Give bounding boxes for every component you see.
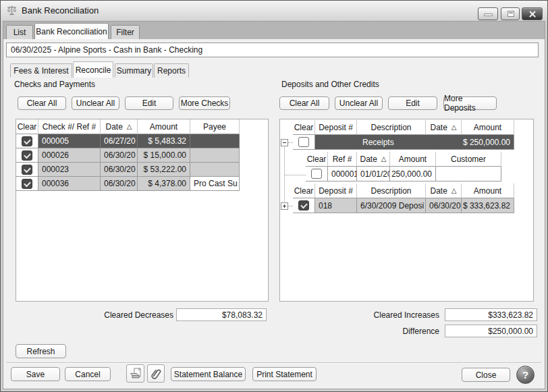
deposit-group-clear-cell: [293, 135, 315, 150]
checks-header-clear: Clear: [16, 119, 38, 134]
deposits-header-date[interactable]: Date△: [426, 120, 462, 135]
deposits-header-amount: Amount: [462, 120, 514, 135]
sub-row-clear-cell: [306, 167, 328, 181]
tab-reports[interactable]: Reports: [154, 63, 189, 78]
titlebar: Bank Reconciliation: [1, 1, 547, 20]
check-row-ref-cell[interactable]: 000036: [38, 177, 101, 191]
deposits-clear-all-button[interactable]: Clear All: [279, 96, 329, 110]
deposit-group-row[interactable]: Receipts $ 250,000.00: [315, 135, 514, 150]
check-row-payee-cell[interactable]: [190, 148, 240, 163]
check-row-date-cell[interactable]: 06/30/20: [101, 177, 138, 191]
check-row-payee-cell[interactable]: Pro Cast Su: [190, 177, 240, 191]
collapse-expander-icon[interactable]: [281, 139, 288, 146]
paperclip-icon: [150, 368, 162, 380]
deposits-header-clear: Clear: [293, 120, 315, 135]
sub-row-customer-cell[interactable]: [436, 167, 501, 181]
sort-asc-icon: △: [451, 187, 457, 194]
receipts-subtable: Clear Ref # Date△ Amount Customer 000001…: [306, 152, 501, 181]
checkbox-checked[interactable]: [298, 200, 309, 211]
checks-table: Clear Check #/ Ref # Date△ Amount Payee …: [16, 119, 240, 191]
checkbox-unchecked[interactable]: [298, 137, 309, 147]
checkbox-checked[interactable]: [22, 136, 32, 146]
save-button[interactable]: Save: [11, 367, 60, 381]
checkbox-checked[interactable]: [22, 165, 32, 175]
deposits-header-date[interactable]: Date△: [426, 184, 462, 198]
maximize-icon: [508, 11, 514, 17]
check-row-ref-cell[interactable]: 000005: [38, 134, 101, 148]
deposit-row-date-cell[interactable]: 06/30/20: [426, 198, 462, 213]
tab-list[interactable]: List: [6, 25, 33, 39]
checkbox-checked[interactable]: [22, 150, 32, 161]
deposits-unclear-all-button[interactable]: Unclear All: [335, 96, 383, 110]
expand-expander-icon[interactable]: [281, 202, 288, 210]
sub-header-date[interactable]: Date△: [357, 152, 390, 167]
checks-clear-all-button[interactable]: Clear All: [18, 96, 66, 110]
print-statement-button[interactable]: Print Statement: [252, 367, 317, 381]
deposit-row-number-cell[interactable]: 018: [315, 198, 357, 213]
more-deposits-button[interactable]: More Deposits: [443, 96, 497, 110]
printer-icon: [129, 367, 142, 380]
check-row-payee-cell[interactable]: [190, 134, 240, 148]
tab-filter[interactable]: Filter: [111, 25, 140, 39]
checks-header-amount: Amount: [138, 119, 190, 134]
attachment-button[interactable]: [147, 364, 165, 383]
checks-edit-button[interactable]: Edit: [125, 96, 173, 110]
sub-header-clear: Clear: [306, 152, 328, 167]
more-checks-button[interactable]: More Checks: [179, 96, 230, 110]
check-row-date-cell[interactable]: 06/30/20: [101, 163, 138, 177]
cancel-button[interactable]: Cancel: [65, 367, 111, 381]
deposits-header-description: Description: [357, 184, 426, 198]
refresh-button[interactable]: Refresh: [16, 344, 66, 358]
check-row-ref-cell[interactable]: 000026: [38, 148, 101, 163]
deposit-row-description-cell[interactable]: 6/30/2009 Deposi: [357, 198, 426, 213]
checks-unclear-all-button[interactable]: Unclear All: [72, 96, 119, 110]
group-amount: $ 250,000.00: [463, 138, 510, 147]
account-field[interactable]: [6, 43, 539, 57]
minimize-button[interactable]: [478, 7, 498, 20]
checks-header-payee: Payee: [190, 119, 240, 134]
check-row-amount-cell[interactable]: $ 15,000.00: [138, 148, 190, 163]
tab-reconcile[interactable]: Reconcile: [73, 61, 113, 78]
cleared-decreases-value: $78,083.32: [176, 308, 267, 321]
close-window-button[interactable]: [522, 7, 543, 20]
checks-header-date[interactable]: Date△: [101, 119, 138, 134]
checks-table-container: Clear Check #/ Ref # Date△ Amount Payee …: [16, 119, 269, 302]
close-button[interactable]: Close: [462, 368, 510, 382]
sort-asc-icon: △: [451, 123, 457, 131]
deposits-header-amount: Amount: [462, 184, 514, 198]
statement-balance-button[interactable]: Statement Balance: [171, 367, 246, 381]
sub-row-amount-cell[interactable]: $ 250,000.00: [390, 167, 436, 181]
deposits-edit-button[interactable]: Edit: [388, 96, 437, 110]
tab-fees-interest[interactable]: Fees & Interest: [10, 63, 72, 78]
balance-scale-icon: [6, 5, 18, 16]
check-row-payee-cell[interactable]: [190, 163, 240, 177]
tree-line: [288, 206, 293, 206]
deposit-row-amount-cell[interactable]: $ 333,623.82: [462, 198, 514, 213]
deposit-row-clear-cell: [293, 198, 315, 213]
tab-bank-reconciliation[interactable]: Bank Reconciliation: [34, 23, 109, 39]
deposits-header-description: Description: [357, 120, 426, 135]
sub-row-ref-cell[interactable]: 000001: [328, 167, 357, 181]
sub-header-ref: Ref #: [328, 152, 357, 167]
checkbox-checked[interactable]: [22, 179, 32, 189]
group-description: Receipts: [362, 138, 394, 147]
check-row-date-cell[interactable]: 06/27/20: [101, 134, 138, 148]
check-row-amount-cell[interactable]: $ 53,222.00: [138, 163, 190, 177]
cleared-increases-label: Cleared Increases: [345, 310, 439, 320]
tree-line: [285, 175, 306, 175]
tab-summary[interactable]: Summary: [115, 63, 153, 78]
check-row-ref-cell[interactable]: 000023: [38, 163, 101, 177]
check-row-amount-cell[interactable]: $ 5,483.32: [138, 134, 190, 148]
maximize-button[interactable]: [501, 7, 520, 20]
checkbox-unchecked[interactable]: [311, 169, 322, 179]
deposits-panel-title: Deposits and Other Credits: [281, 80, 379, 89]
check-row-clear-cell: [16, 134, 38, 148]
check-row-date-cell[interactable]: 06/30/20: [101, 148, 138, 163]
sort-asc-icon: △: [381, 155, 387, 163]
footer-divider: [6, 362, 541, 364]
bank-reconciliation-window: Bank Reconciliation List Bank Reconcilia…: [0, 0, 548, 392]
check-row-amount-cell[interactable]: $ 4,378.00: [138, 177, 190, 191]
help-button[interactable]: ?: [516, 366, 535, 384]
print-button[interactable]: [126, 364, 144, 383]
sub-row-date-cell[interactable]: 01/01/20: [357, 167, 390, 181]
